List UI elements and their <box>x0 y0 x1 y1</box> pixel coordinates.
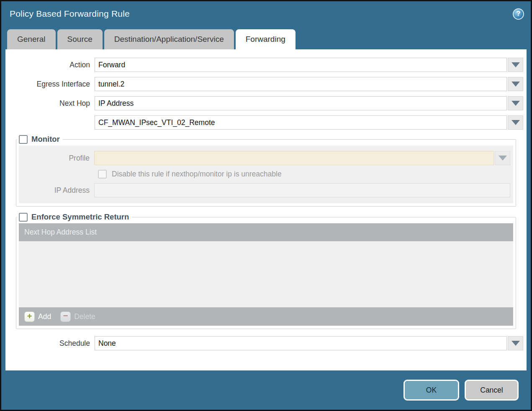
tab-content-forwarding: Action Egress Interface Next Hop <box>5 49 527 370</box>
next-hop-type-input[interactable] <box>95 96 507 110</box>
delete-button: − Delete <box>60 311 95 322</box>
profile-dropdown-button <box>495 151 510 165</box>
tab-general[interactable]: General <box>7 29 56 49</box>
schedule-row: Schedule <box>5 336 523 350</box>
next-hop-address-list-column-header: Next Hop Address List <box>24 228 97 237</box>
egress-interface-row: Egress Interface <box>5 77 523 91</box>
monitor-checkbox[interactable] <box>19 135 28 144</box>
action-input[interactable] <box>95 58 507 72</box>
tab-forwarding[interactable]: Forwarding <box>236 29 296 49</box>
monitor-ip-address-row: IP Address <box>19 183 513 197</box>
tabbar: General Source Destination/Application/S… <box>1 26 531 49</box>
help-icon[interactable]: ? <box>513 8 524 20</box>
next-hop-address-table-footer: + Add − Delete <box>19 307 513 326</box>
monitor-ip-address-label: IP Address <box>19 186 94 195</box>
next-hop-address-table-header: Next Hop Address List <box>19 223 513 241</box>
monitor-label: Monitor <box>31 135 60 144</box>
plus-icon: + <box>24 311 35 322</box>
monitor-ip-address-input <box>94 183 510 197</box>
enforce-symmetric-return-label: Enforce Symmetric Return <box>31 212 129 222</box>
disable-rule-label: Disable this rule if nexthop/monitor ip … <box>112 170 282 179</box>
disable-rule-checkbox <box>98 170 107 179</box>
chevron-down-icon <box>511 101 520 106</box>
profile-input <box>94 151 494 165</box>
cancel-button[interactable]: Cancel <box>465 380 519 401</box>
next-hop-address-input[interactable] <box>95 115 507 130</box>
delete-button-label: Delete <box>74 312 95 321</box>
chevron-down-icon <box>511 120 520 125</box>
add-button[interactable]: + Add <box>24 311 51 322</box>
disable-rule-row: Disable this rule if nexthop/monitor ip … <box>19 170 513 179</box>
action-dropdown-button[interactable] <box>508 58 523 72</box>
chevron-down-icon <box>511 341 520 346</box>
add-button-label: Add <box>38 312 51 321</box>
enforce-symmetric-return-checkbox[interactable] <box>19 213 28 222</box>
dialog-footer: OK Cancel <box>1 370 531 410</box>
egress-interface-input[interactable] <box>95 77 507 91</box>
schedule-input[interactable] <box>95 336 507 350</box>
enforce-symmetric-return-legend: Enforce Symmetric Return <box>17 212 132 222</box>
profile-row: Profile <box>19 151 513 165</box>
profile-label: Profile <box>19 154 94 163</box>
chevron-down-icon <box>499 156 507 161</box>
next-hop-row: Next Hop <box>5 96 523 110</box>
chevron-down-icon <box>511 82 520 87</box>
tab-source[interactable]: Source <box>57 29 103 49</box>
monitor-panel: Profile Disable this rule if nexthop/mon… <box>19 146 513 203</box>
action-row: Action <box>5 58 523 72</box>
tab-destination-application-service[interactable]: Destination/Application/Service <box>104 29 234 49</box>
chevron-down-icon <box>511 62 520 67</box>
next-hop-label: Next Hop <box>5 99 95 108</box>
next-hop-address-table-body[interactable] <box>19 241 513 307</box>
egress-interface-dropdown-button[interactable] <box>508 77 523 91</box>
next-hop-address-table: Next Hop Address List + Add − Delete <box>19 223 513 326</box>
minus-icon: − <box>60 311 71 322</box>
enforce-symmetric-return-fieldset: Enforce Symmetric Return Next Hop Addres… <box>16 212 516 329</box>
dialog-titlebar: Policy Based Forwarding Rule ? <box>1 1 531 26</box>
action-label: Action <box>5 61 95 69</box>
next-hop-address-dropdown-button[interactable] <box>508 115 523 130</box>
next-hop-type-dropdown-button[interactable] <box>508 96 523 110</box>
pbf-rule-dialog: Policy Based Forwarding Rule ? General S… <box>0 0 532 411</box>
schedule-dropdown-button[interactable] <box>508 336 523 350</box>
schedule-label: Schedule <box>5 339 95 348</box>
next-hop-address-row <box>5 115 523 130</box>
dialog-title: Policy Based Forwarding Rule <box>10 9 513 19</box>
ok-button[interactable]: OK <box>403 380 459 401</box>
monitor-fieldset: Monitor Profile Disable this rule i <box>16 135 516 207</box>
egress-interface-label: Egress Interface <box>5 80 95 89</box>
monitor-legend: Monitor <box>17 135 63 144</box>
